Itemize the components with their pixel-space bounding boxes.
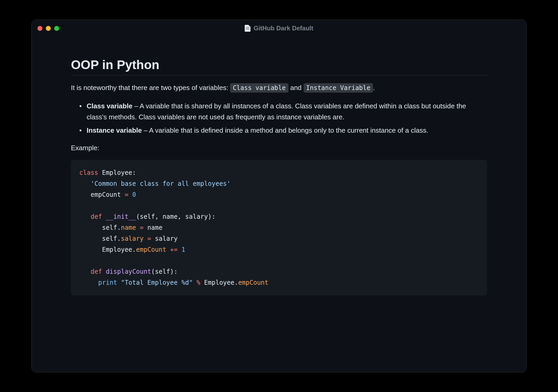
string: 'Common base class for all employees' (91, 180, 231, 187)
inline-code: Class variable (230, 83, 288, 93)
code-text (166, 246, 170, 253)
operator: % (197, 279, 200, 286)
variable-types-list: Class variable – A variable that is shar… (71, 101, 487, 136)
code-text (193, 279, 197, 286)
operator: = (147, 235, 151, 242)
code-text (79, 213, 91, 220)
dash: – (142, 126, 149, 134)
attribute: empCount (238, 279, 269, 286)
inline-code: Instance Variable (304, 83, 373, 93)
traffic-lights (37, 26, 59, 31)
window-title: GitHub Dark Default (254, 25, 313, 32)
document-icon (245, 25, 250, 32)
operator: = (140, 224, 143, 231)
code-text (79, 268, 91, 275)
code-text: Employee: (98, 169, 136, 176)
function: displayCount (106, 268, 151, 275)
example-label: Example: (71, 144, 487, 152)
code-text: (self, name, salary): (136, 213, 215, 220)
operator: = (125, 191, 128, 198)
code-text (79, 279, 98, 286)
intro-text: It is noteworthy that there are two type… (71, 84, 230, 92)
dash: – (132, 102, 140, 110)
list-item: Class variable – A variable that is shar… (79, 101, 487, 122)
page-heading: OOP in Python (71, 58, 487, 75)
code-text: salary (151, 235, 178, 242)
string: "Total Employee %d" (121, 279, 193, 286)
minimize-button[interactable] (46, 26, 51, 31)
keyword: class (79, 169, 98, 176)
titlebar: GitHub Dark Default (32, 20, 526, 37)
code-text (178, 246, 181, 253)
code-text (102, 213, 106, 220)
builtin: print (98, 279, 117, 286)
description: A variable that is shared by all instanc… (87, 102, 466, 121)
intro-text: and (288, 84, 304, 92)
description: A variable that is defined inside a meth… (149, 126, 428, 134)
attribute: salary (121, 235, 144, 242)
document-content: OOP in Python It is noteworthy that ther… (32, 37, 526, 372)
code-text (136, 224, 140, 231)
code-text: (self): (151, 268, 178, 275)
code-text: empCount (79, 191, 125, 198)
number: 1 (181, 246, 185, 253)
code-block: class Employee: 'Common base class for a… (71, 160, 487, 295)
term: Class variable (87, 102, 132, 110)
code-text: Employee. (79, 246, 136, 253)
code-text (129, 191, 132, 198)
keyword: def (91, 213, 102, 220)
code-text (117, 279, 121, 286)
code-text: self. (79, 235, 121, 242)
code-text (102, 268, 106, 275)
list-item: Instance variable – A variable that is d… (79, 125, 487, 136)
attribute: name (121, 224, 136, 231)
number: 0 (132, 191, 136, 198)
app-window: GitHub Dark Default OOP in Python It is … (31, 20, 527, 372)
close-button[interactable] (37, 26, 42, 31)
code-text: name (144, 224, 163, 231)
code-content: class Employee: 'Common base class for a… (79, 167, 479, 288)
intro-paragraph: It is noteworthy that there are two type… (71, 83, 487, 93)
keyword: def (91, 268, 102, 275)
code-text: self. (79, 224, 121, 231)
intro-text: . (373, 84, 375, 92)
code-text: Employee. (200, 279, 238, 286)
attribute: empCount (136, 246, 166, 253)
term: Instance variable (87, 126, 142, 134)
maximize-button[interactable] (54, 26, 59, 31)
function: __init__ (106, 213, 136, 220)
code-text (79, 180, 91, 187)
operator: += (170, 246, 178, 253)
titlebar-center: GitHub Dark Default (37, 25, 521, 32)
code-text (144, 235, 147, 242)
